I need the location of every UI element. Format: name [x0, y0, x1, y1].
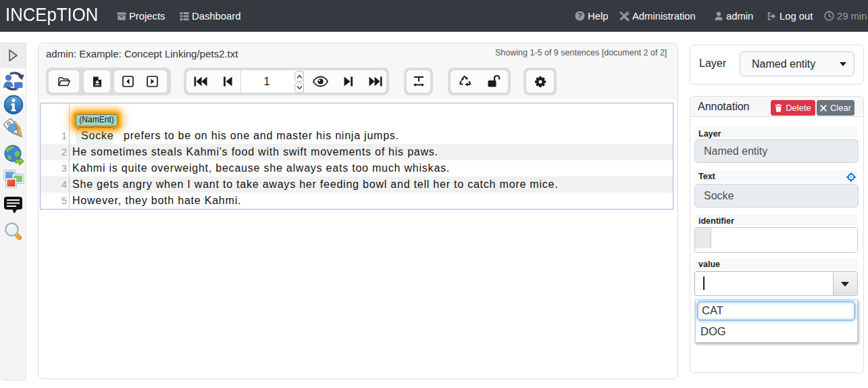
svg-text:?: ? [578, 11, 582, 20]
